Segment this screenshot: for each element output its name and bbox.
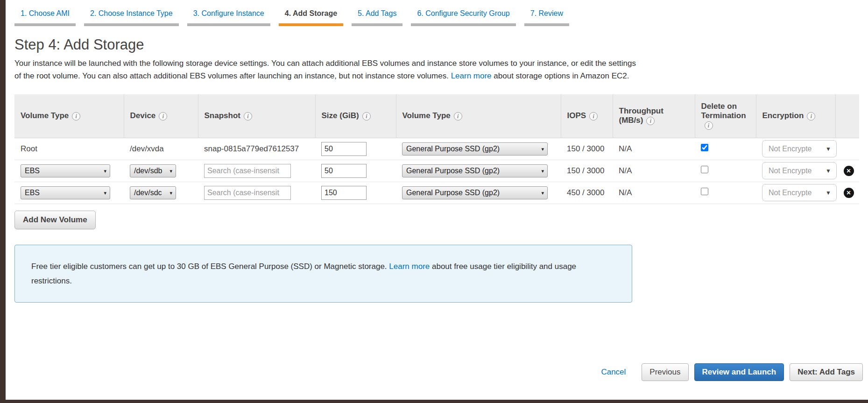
description-text-after: about storage options in Amazon EC2. [494, 71, 629, 80]
table-row-ebs-sdc: EBS ▾ /dev/sdc ▾ [14, 182, 859, 204]
col-snapshot-label: Snapshot [205, 111, 240, 120]
root-encryption-select[interactable]: Not Encrypte ▼ [762, 140, 837, 157]
info-icon[interactable]: i [159, 112, 167, 120]
chevron-down-icon: ▼ [826, 190, 831, 196]
tab-choose-ami[interactable]: 1. Choose AMI [14, 9, 76, 26]
root-size-input[interactable] [321, 142, 367, 156]
sdc-encryption-select[interactable]: Not Encrypte ▼ [762, 184, 837, 201]
sdc-iops-value: 450 / 3000 [561, 182, 613, 204]
add-new-volume-button[interactable]: Add New Volume [14, 211, 96, 229]
root-iops-value: 150 / 3000 [561, 138, 613, 160]
sdc-device-select[interactable]: /dev/sdc [130, 186, 176, 199]
tab-review[interactable]: 7. Review [524, 9, 569, 26]
col-iops: IOPSi [561, 94, 613, 138]
root-device-cell: /dev/xvda [124, 138, 198, 160]
sdb-iops-value: 150 / 3000 [561, 160, 613, 182]
sdb-encryption-select[interactable]: Not Encrypte ▼ [762, 162, 837, 179]
chevron-down-icon: ▼ [826, 168, 831, 174]
sdb-volume-type-select[interactable]: EBS [21, 164, 110, 177]
col-size: Size (GiB)i [315, 94, 396, 138]
learn-more-storage-link[interactable]: Learn more [451, 71, 492, 80]
info-icon[interactable]: i [72, 112, 80, 120]
page-description: Your instance will be launched with the … [14, 57, 644, 82]
free-tier-text: Free tier eligible customers can get up … [31, 262, 387, 271]
col-throughput-label: Throughput [619, 106, 691, 116]
root-volume-type-select[interactable]: General Purpose SSD (gp2) [402, 142, 548, 156]
info-icon[interactable]: i [646, 117, 655, 125]
info-icon[interactable]: i [705, 121, 713, 130]
cancel-link[interactable]: Cancel [601, 368, 626, 377]
col-volume-type-2: Volume Typei [396, 94, 561, 138]
col-volume-type: Volume Typei [14, 94, 124, 138]
info-icon[interactable]: i [362, 112, 371, 120]
tab-choose-instance-type[interactable]: 2. Choose Instance Type [84, 9, 179, 26]
review-and-launch-button[interactable]: Review and Launch [694, 363, 784, 381]
col-snapshot: Snapshoti [198, 94, 315, 138]
learn-more-free-tier-link[interactable]: Learn more [389, 262, 430, 271]
col-delete-on-termination-label: Delete on Termination [701, 102, 746, 120]
info-icon[interactable]: i [589, 112, 598, 120]
sdc-remove-volume-button[interactable]: ✕ [844, 188, 854, 198]
sdc-encryption-value: Not Encrypte [769, 189, 812, 197]
col-device: Devicei [124, 94, 198, 138]
footer-bar [0, 400, 868, 403]
root-snapshot-cell: snap-0815a779ed7612537 [198, 138, 315, 160]
wizard-step-tabs: 1. Choose AMI 2. Choose Instance Type 3.… [14, 0, 863, 26]
sdc-snapshot-search-input[interactable] [204, 186, 291, 200]
sdb-throughput-value: N/A [613, 160, 695, 182]
sdc-delete-on-termination-checkbox[interactable] [701, 188, 708, 195]
col-iops-label: IOPS [567, 111, 586, 120]
free-tier-info-box: Free tier eligible customers can get up … [14, 245, 632, 303]
main-content: 1. Choose AMI 2. Choose Instance Type 3.… [14, 0, 863, 381]
tab-add-storage[interactable]: 4. Add Storage [279, 9, 343, 26]
col-encryption: Encryptioni [756, 94, 835, 138]
storage-volumes-table: Volume Typei Devicei Snapshoti Size (GiB… [14, 94, 859, 204]
previous-button[interactable]: Previous [642, 363, 688, 381]
col-throughput: Throughput (MB/s)i [613, 94, 695, 138]
sdb-size-input[interactable] [321, 164, 367, 178]
root-volume-type-cell: Root [14, 138, 124, 160]
root-delete-on-termination-checkbox[interactable] [701, 144, 708, 151]
table-row-root-volume: Root /dev/xvda snap-0815a779ed7612537 Ge… [14, 138, 859, 160]
sdb-device-select[interactable]: /dev/sdb [130, 164, 176, 177]
col-delete-on-termination: Delete on Terminationi [695, 94, 756, 138]
col-volume-type-label: Volume Type [21, 111, 69, 120]
sdc-size-input[interactable] [321, 186, 367, 200]
page-title: Step 4: Add Storage [14, 36, 863, 53]
info-icon[interactable]: i [807, 112, 815, 120]
sdb-encryption-value: Not Encrypte [769, 167, 812, 175]
tab-configure-instance[interactable]: 3. Configure Instance [187, 9, 270, 26]
col-actions [835, 94, 859, 138]
sdc-volume-type-select2[interactable]: General Purpose SSD (gp2) [402, 186, 548, 199]
sdb-delete-on-termination-checkbox[interactable] [701, 166, 708, 173]
sdb-snapshot-search-input[interactable] [204, 164, 291, 178]
wizard-footer-actions: Cancel Previous Review and Launch Next: … [14, 363, 863, 381]
col-device-label: Device [130, 111, 156, 120]
tab-add-tags[interactable]: 5. Add Tags [352, 9, 402, 26]
sdc-throughput-value: N/A [613, 182, 695, 204]
left-sidebar-rail [0, 0, 6, 403]
chevron-down-icon: ▼ [826, 146, 831, 152]
col-throughput-label2: (MB/s) [619, 116, 643, 125]
sdc-volume-type-select[interactable]: EBS [21, 186, 110, 199]
sdb-remove-volume-button[interactable]: ✕ [844, 166, 854, 176]
col-encryption-label: Encryption [762, 111, 804, 120]
next-add-tags-button[interactable]: Next: Add Tags [790, 363, 863, 381]
info-icon[interactable]: i [244, 112, 252, 120]
root-throughput-value: N/A [613, 138, 695, 160]
info-icon[interactable]: i [454, 112, 462, 120]
table-row-ebs-sdb: EBS ▾ /dev/sdb ▾ [14, 160, 859, 182]
table-header-row: Volume Typei Devicei Snapshoti Size (GiB… [14, 94, 859, 138]
tab-configure-security-group[interactable]: 6. Configure Security Group [411, 9, 515, 26]
col-volume-type-2-label: Volume Type [402, 111, 451, 120]
sdb-volume-type-select2[interactable]: General Purpose SSD (gp2) [402, 164, 548, 177]
col-size-label: Size (GiB) [322, 111, 359, 120]
root-encryption-value: Not Encrypte [769, 145, 812, 153]
